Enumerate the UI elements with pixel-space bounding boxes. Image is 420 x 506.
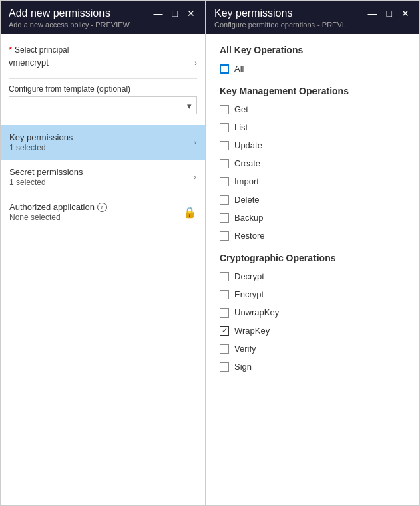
info-icon: i (97, 203, 107, 212)
left-close-button[interactable]: ✕ (185, 9, 197, 18)
left-panel-body: * Select principal vmencrypt › Configure… (1, 34, 205, 505)
nav-item-secret-sub: 1 selected (9, 178, 83, 187)
checkbox-import[interactable] (220, 177, 229, 186)
all-key-ops-heading: All Key Operations (220, 45, 406, 55)
checkbox-row-unwrapkey: UnwrapKey (220, 306, 406, 319)
principal-label: * Select principal (9, 45, 197, 55)
checkbox-update-label: Update (234, 140, 262, 150)
nav-item-secret-title: Secret permissions (9, 167, 83, 177)
nav-item-authorized-app[interactable]: Authorized application i None selected 🔒 (1, 195, 205, 229)
checkbox-wrapkey[interactable] (220, 326, 229, 336)
checkbox-row-list: List (220, 121, 406, 134)
checkbox-row-decrypt: Decrypt (220, 270, 406, 283)
checkbox-row-backup: Backup (220, 211, 406, 224)
left-panel-header: Add new permissions — □ ✕ Add a new acce… (1, 1, 205, 34)
checkbox-restore-label: Restore (234, 231, 265, 241)
checkbox-sign[interactable] (220, 362, 229, 372)
required-star: * (9, 45, 12, 55)
checkbox-unwrapkey-label: UnwrapKey (234, 307, 279, 318)
left-panel: Add new permissions — □ ✕ Add a new acce… (0, 0, 206, 506)
principal-value[interactable]: vmencrypt › (9, 57, 197, 68)
right-panel-subtitle: Configure permitted operations - PREVI..… (214, 21, 411, 29)
secret-chevron-icon: › (194, 173, 196, 181)
checkbox-decrypt[interactable] (220, 272, 229, 281)
right-minimize-button[interactable]: — (366, 9, 379, 18)
right-panel-body: All Key Operations All Key Management Op… (206, 34, 419, 389)
checkbox-decrypt-label: Decrypt (234, 271, 264, 281)
left-minimize-button[interactable]: — (152, 9, 165, 18)
right-close-button[interactable]: ✕ (399, 9, 411, 18)
nav-item-auth-sub: None selected (9, 213, 107, 222)
crypto-ops-heading: Cryptographic Operations (220, 253, 406, 263)
checkbox-backup-label: Backup (234, 213, 263, 223)
right-panel-title: Key permissions (214, 7, 292, 19)
checkbox-row-get: Get (220, 103, 406, 116)
principal-section: * Select principal vmencrypt › (9, 45, 197, 68)
checkbox-create-label: Create (234, 158, 260, 168)
checkbox-import-label: Import (234, 176, 259, 186)
checkbox-wrapkey-label: WrapKey (234, 326, 270, 336)
key-chevron-icon: › (194, 138, 196, 146)
principal-chevron-icon: › (194, 59, 197, 67)
principal-value-text: vmencrypt (9, 57, 49, 68)
left-panel-subtitle: Add a new access policy - PREVIEW (9, 21, 197, 29)
checkbox-row-sign: Sign (220, 360, 406, 373)
template-section: Configure from template (optional) (9, 84, 197, 114)
right-panel-header: Key permissions — □ ✕ Configure permitte… (206, 1, 419, 34)
checkbox-row-import: Import (220, 175, 406, 188)
checkbox-row-restore: Restore (220, 229, 406, 242)
checkbox-verify-label: Verify (234, 344, 256, 354)
left-maximize-button[interactable]: □ (170, 9, 180, 18)
nav-item-auth-content: Authorized application i None selected (9, 202, 107, 222)
checkbox-all-label: All (234, 64, 244, 74)
checkbox-encrypt-label: Encrypt (234, 289, 264, 299)
key-mgmt-ops-heading: Key Management Operations (220, 86, 406, 96)
checkbox-backup[interactable] (220, 213, 229, 223)
nav-item-key-sub: 1 selected (9, 143, 73, 152)
checkbox-row-wrapkey: WrapKey (220, 324, 406, 337)
left-panel-controls: — □ ✕ (152, 9, 197, 18)
checkbox-row-update: Update (220, 139, 406, 152)
checkbox-row-all: All (220, 62, 406, 75)
template-label: Configure from template (optional) (9, 84, 197, 94)
left-panel-title: Add new permissions (9, 7, 110, 19)
checkbox-get-label: Get (234, 104, 248, 114)
checkbox-unwrapkey[interactable] (220, 308, 229, 318)
checkbox-delete-label: Delete (234, 195, 260, 205)
nav-item-secret-content: Secret permissions 1 selected (9, 167, 83, 187)
right-panel: Key permissions — □ ✕ Configure permitte… (206, 0, 420, 506)
template-dropdown-wrapper (9, 96, 197, 114)
nav-section: Key permissions 1 selected › Secret perm… (1, 125, 205, 229)
checkbox-all[interactable] (220, 64, 229, 74)
checkbox-row-create: Create (220, 157, 406, 170)
checkbox-encrypt[interactable] (220, 290, 229, 299)
right-panel-controls: — □ ✕ (366, 9, 411, 18)
checkbox-restore[interactable] (220, 231, 229, 241)
checkbox-sign-label: Sign (234, 362, 252, 372)
nav-item-key-permissions[interactable]: Key permissions 1 selected › (1, 125, 205, 160)
right-maximize-button[interactable]: □ (385, 9, 394, 18)
checkbox-row-encrypt: Encrypt (220, 288, 406, 301)
checkbox-create[interactable] (220, 159, 229, 168)
checkbox-list[interactable] (220, 123, 229, 132)
nav-item-key-content: Key permissions 1 selected (9, 132, 73, 152)
lock-icon: 🔒 (183, 206, 196, 219)
checkbox-row-verify: Verify (220, 342, 406, 355)
checkbox-verify[interactable] (220, 344, 229, 354)
nav-item-key-title: Key permissions (9, 132, 73, 142)
checkbox-delete[interactable] (220, 195, 229, 205)
checkbox-update[interactable] (220, 141, 229, 150)
divider-1 (9, 78, 197, 79)
checkbox-row-delete: Delete (220, 193, 406, 206)
checkbox-get[interactable] (220, 105, 229, 114)
nav-item-auth-title: Authorized application (9, 202, 95, 212)
template-dropdown[interactable] (9, 96, 197, 114)
checkbox-list-label: List (234, 122, 248, 132)
nav-item-secret-permissions[interactable]: Secret permissions 1 selected › (1, 160, 205, 195)
